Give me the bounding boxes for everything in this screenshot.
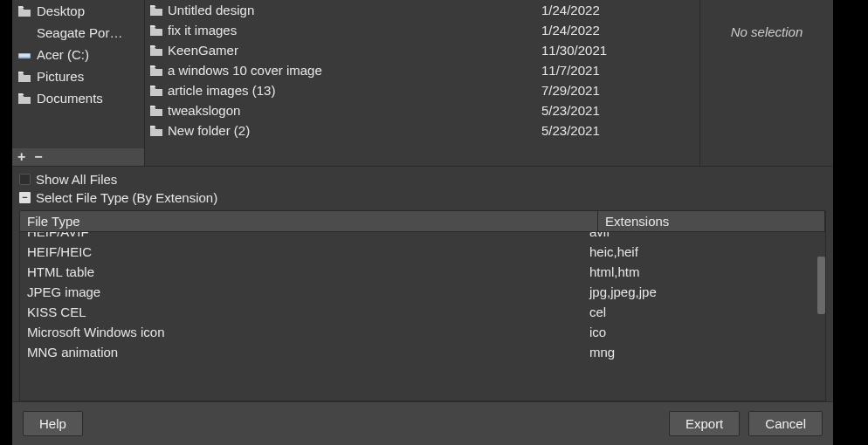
folder-icon bbox=[150, 45, 162, 56]
file-date: 1/24/2022 bbox=[541, 3, 694, 17]
expander-minus-icon: − bbox=[19, 192, 31, 203]
preview-pane: No selection bbox=[700, 0, 833, 166]
file-type-name: KISS CEL bbox=[27, 305, 589, 319]
folder-icon bbox=[150, 25, 162, 36]
place-pictures[interactable]: Pictures bbox=[12, 65, 144, 87]
file-type-name: JPEG image bbox=[27, 284, 589, 299]
file-row[interactable]: tweakslogon5/23/2021 bbox=[145, 100, 699, 120]
file-rows: Untitled design1/24/2022fix it images1/2… bbox=[145, 0, 699, 166]
place-seagate[interactable]: Seagate Por… bbox=[12, 22, 144, 44]
file-type-table: File Type Extensions HEIF/AVIFavifHEIF/H… bbox=[19, 210, 826, 401]
file-date: 11/7/2021 bbox=[541, 63, 694, 78]
add-place-button[interactable]: + bbox=[17, 150, 25, 164]
file-name: a windows 10 cover image bbox=[168, 63, 322, 78]
file-date: 7/29/2021 bbox=[541, 83, 694, 98]
file-date: 1/24/2022 bbox=[541, 23, 694, 38]
folder-icon bbox=[17, 93, 31, 104]
file-type-ext: avif bbox=[589, 232, 808, 239]
file-name: article images (13) bbox=[168, 83, 275, 98]
file-type-row[interactable]: HEIF/AVIFavif bbox=[20, 232, 815, 242]
places-sidebar: Desktop Seagate Por… Acer (C:) Pict bbox=[12, 0, 145, 166]
file-type-row[interactable]: KISS CELcel bbox=[20, 302, 815, 322]
file-date: 5/23/2021 bbox=[541, 123, 694, 138]
file-type-body: HEIF/AVIFavifHEIF/HEICheic,heifHTML tabl… bbox=[20, 232, 815, 362]
file-name: fix it images bbox=[168, 23, 237, 38]
column-extensions[interactable]: Extensions bbox=[598, 211, 825, 231]
scrollbar-thumb[interactable] bbox=[817, 257, 825, 314]
place-label: Documents bbox=[37, 91, 103, 106]
folder-icon bbox=[150, 65, 162, 76]
file-type-ext: html,htm bbox=[589, 264, 808, 279]
file-type-ext: cel bbox=[589, 305, 808, 319]
show-all-files-label: Show All Files bbox=[36, 172, 117, 187]
folder-icon bbox=[17, 72, 31, 82]
drive-icon bbox=[17, 51, 31, 59]
svg-rect-1 bbox=[19, 54, 30, 57]
file-type-name: Microsoft Windows icon bbox=[27, 325, 589, 339]
file-type-name: HEIF/HEIC bbox=[27, 244, 589, 259]
column-file-type[interactable]: File Type bbox=[20, 211, 598, 231]
file-date: 5/23/2021 bbox=[541, 103, 694, 118]
file-type-name: MNG animation bbox=[27, 345, 589, 359]
show-all-files-toggle[interactable]: Show All Files bbox=[19, 172, 826, 187]
file-type-row[interactable]: HTML tablehtml,htm bbox=[20, 262, 815, 282]
place-label: Acer (C:) bbox=[37, 47, 89, 62]
export-dialog: Desktop Seagate Por… Acer (C:) Pict bbox=[12, 0, 833, 445]
file-type-ext: ico bbox=[589, 325, 808, 339]
file-type-ext: heic,heif bbox=[589, 244, 808, 259]
folder-icon bbox=[17, 6, 31, 17]
file-date: 11/30/2021 bbox=[541, 43, 694, 58]
select-file-type-label: Select File Type (By Extension) bbox=[36, 190, 217, 205]
file-row[interactable]: New folder (2)5/23/2021 bbox=[145, 120, 699, 140]
file-type-header: File Type Extensions bbox=[20, 211, 825, 232]
help-button[interactable]: Help bbox=[23, 411, 83, 436]
file-type-row[interactable]: HEIF/HEICheic,heif bbox=[20, 242, 815, 262]
place-acer-c[interactable]: Acer (C:) bbox=[12, 44, 144, 65]
place-desktop[interactable]: Desktop bbox=[12, 0, 144, 22]
checkbox-icon bbox=[19, 174, 31, 185]
place-label: Desktop bbox=[37, 3, 85, 18]
place-label: Seagate Por… bbox=[37, 25, 122, 40]
file-type-name: HTML table bbox=[27, 264, 589, 279]
remove-place-button[interactable]: − bbox=[34, 150, 42, 164]
file-row[interactable]: KeenGamer11/30/2021 bbox=[145, 40, 699, 60]
file-type-name: HEIF/AVIF bbox=[27, 232, 589, 239]
file-name: tweakslogon bbox=[168, 103, 240, 118]
folder-icon bbox=[150, 106, 162, 116]
file-row[interactable]: article images (13)7/29/2021 bbox=[145, 80, 699, 100]
file-name: New folder (2) bbox=[168, 123, 250, 138]
file-name: Untitled design bbox=[168, 3, 254, 17]
file-type-row[interactable]: JPEG imagejpg,jpeg,jpe bbox=[20, 282, 815, 302]
folder-icon bbox=[150, 126, 162, 136]
place-label: Pictures bbox=[37, 69, 84, 84]
file-type-row[interactable]: MNG animationmng bbox=[20, 342, 815, 362]
places-list: Desktop Seagate Por… Acer (C:) Pict bbox=[12, 0, 144, 148]
file-list: Untitled design1/24/2022fix it images1/2… bbox=[145, 0, 700, 166]
file-type-body-wrap: HEIF/AVIFavifHEIF/HEICheic,heifHTML tabl… bbox=[20, 232, 825, 400]
file-type-ext: jpg,jpeg,jpe bbox=[589, 284, 808, 299]
folder-icon bbox=[150, 86, 162, 96]
file-type-scrollbar[interactable] bbox=[816, 232, 825, 400]
file-row[interactable]: Untitled design1/24/2022 bbox=[145, 0, 699, 20]
file-type-ext: mng bbox=[589, 345, 808, 359]
dialog-footer: Help Export Cancel bbox=[12, 401, 833, 445]
file-row[interactable]: a windows 10 cover image11/7/2021 bbox=[145, 60, 699, 80]
no-selection-label: No selection bbox=[731, 24, 803, 39]
place-documents[interactable]: Documents bbox=[12, 87, 144, 109]
file-type-row[interactable]: Microsoft Windows iconico bbox=[20, 322, 815, 342]
places-toolbar: + − bbox=[12, 148, 144, 166]
upper-pane: Desktop Seagate Por… Acer (C:) Pict bbox=[12, 0, 833, 166]
select-file-type-expander[interactable]: − Select File Type (By Extension) bbox=[19, 190, 826, 205]
file-row[interactable]: fix it images1/24/2022 bbox=[145, 20, 699, 40]
folder-icon bbox=[150, 5, 162, 16]
export-button[interactable]: Export bbox=[669, 411, 740, 436]
cancel-button[interactable]: Cancel bbox=[748, 411, 823, 436]
options-area: Show All Files − Select File Type (By Ex… bbox=[12, 166, 833, 209]
file-name: KeenGamer bbox=[168, 43, 238, 58]
